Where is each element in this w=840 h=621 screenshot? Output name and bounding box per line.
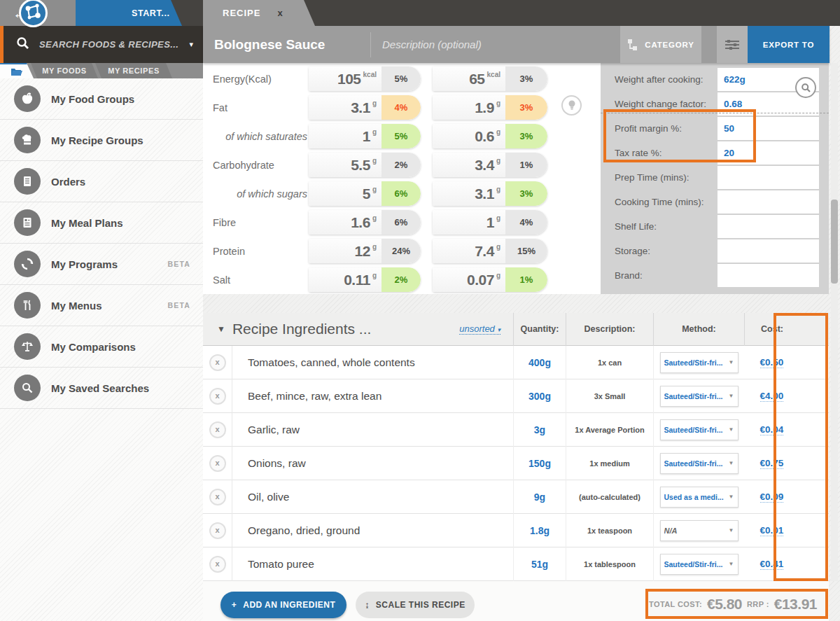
method-select[interactable]: Sauteed/Stir-fri...▼ xyxy=(660,386,738,407)
sidebar-item-orders[interactable]: Orders xyxy=(0,161,203,202)
chevron-down-icon[interactable]: ▾ xyxy=(189,40,193,49)
ri-percent-badge: 4% xyxy=(382,95,421,120)
ingredient-cost-link[interactable]: €0.75 xyxy=(760,458,784,469)
ingredient-row: x Onions, raw 150g 1x medium Sauteed/Sti… xyxy=(203,447,829,480)
scrollbar-track[interactable] xyxy=(831,63,838,581)
storage-input[interactable] xyxy=(718,239,819,263)
collapse-caret-icon[interactable]: ▼ xyxy=(217,324,225,334)
ingredient-cost-link[interactable]: €0.04 xyxy=(760,424,784,435)
select-caret-icon: ▼ xyxy=(729,359,734,365)
ingredient-cost-link[interactable]: €0.01 xyxy=(760,525,784,536)
nutrient-value: 5.5g xyxy=(309,153,382,177)
search-bar[interactable]: SEARCH FOODS & RECIPES... ▾ xyxy=(0,26,203,63)
sort-toggle-link[interactable]: unsorted ▾ xyxy=(459,323,500,335)
method-select[interactable]: Sauteed/Stir-fri...▼ xyxy=(660,453,738,474)
nutrient-value: 7.4g xyxy=(433,239,505,263)
method-select[interactable]: Sauteed/Stir-fri...▼ xyxy=(660,419,738,440)
ingredient-name[interactable]: Oil, olive xyxy=(232,480,513,514)
recipe-details-panel: Weight after cooking: 622g Weight change… xyxy=(601,63,829,294)
category-button-label: CATEGORY xyxy=(645,41,694,49)
detail-row: Brand: xyxy=(601,263,829,288)
ingredient-quantity[interactable]: 1.8g xyxy=(513,514,566,547)
ingredient-name[interactable]: Garlic, raw xyxy=(232,413,513,447)
ingredient-name[interactable]: Oregano, dried, ground xyxy=(232,514,513,547)
sidebar-item-saved-searches[interactable]: My Saved Searches xyxy=(0,368,203,409)
description-field[interactable]: Description (optional) xyxy=(371,39,620,50)
select-caret-icon: ▼ xyxy=(729,393,734,399)
weight-search-button[interactable] xyxy=(795,77,816,98)
sidebar-item-label: My Programs xyxy=(51,258,167,270)
chef-hat-icon xyxy=(14,127,41,153)
detail-label: Profit margin %: xyxy=(601,123,718,134)
detail-label: Cooking Time (mins): xyxy=(601,197,718,207)
method-select[interactable]: Sauteed/Stir-fri...▼ xyxy=(660,352,738,373)
document-icon xyxy=(14,168,41,195)
ingredient-name[interactable]: Tomato puree xyxy=(232,547,513,581)
ingredients-section-title[interactable]: ▼ Recipe Ingredients ... unsorted ▾ xyxy=(203,321,513,337)
ingredient-quantity[interactable]: 300g xyxy=(513,379,566,413)
remove-ingredient-button[interactable]: x xyxy=(209,556,226,573)
prep-time-input[interactable] xyxy=(718,166,819,189)
nutrition-row-energy: Energy(Kcal) 105kcal5% 65kcal3% xyxy=(203,67,601,91)
tab-my-recipes[interactable]: MY RECIPES xyxy=(95,63,172,78)
app-logo-icon[interactable] xyxy=(18,0,48,28)
ingredient-row: x Beef, mince, raw, extra lean 300g 3x S… xyxy=(203,379,829,413)
detail-label: Storage: xyxy=(601,246,718,256)
ingredient-quantity[interactable]: 9g xyxy=(513,480,566,514)
tab-recipe[interactable]: RECIPE x xyxy=(203,0,315,26)
ingredient-cost-link[interactable]: €4.00 xyxy=(760,391,784,402)
tab-start[interactable]: START... xyxy=(76,0,182,26)
hint-lightbulb-icon[interactable] xyxy=(561,95,582,116)
ingredient-cost-link[interactable]: €0.09 xyxy=(760,491,784,503)
tax-rate-input[interactable]: 20 xyxy=(718,141,819,165)
sidebar-item-meal-plans[interactable]: My Meal Plans xyxy=(0,202,203,244)
remove-ingredient-button[interactable]: x xyxy=(209,421,226,438)
sidebar-item-label: My Saved Searches xyxy=(51,382,190,394)
export-button[interactable]: EXPORT TO xyxy=(748,26,830,63)
category-button[interactable]: CATEGORY xyxy=(620,26,701,63)
method-select[interactable]: N/A▼ xyxy=(660,520,738,541)
ingredient-name[interactable]: Onions, raw xyxy=(232,447,513,480)
remove-ingredient-button[interactable]: x xyxy=(209,455,226,472)
ingredient-quantity[interactable]: 3g xyxy=(513,413,566,447)
sidebar-item-recipe-groups[interactable]: My Recipe Groups xyxy=(0,120,203,161)
nutrition-row-fat: Fat 3.1g4% 1.9g3% xyxy=(203,95,601,120)
scrollbar-thumb[interactable] xyxy=(831,200,838,284)
sidebar-item-programs[interactable]: My Programs BETA xyxy=(0,244,203,285)
filters-button[interactable] xyxy=(717,26,748,63)
sidebar-item-food-groups[interactable]: My Food Groups xyxy=(0,78,203,120)
tab-folder[interactable] xyxy=(0,63,34,78)
scale-recipe-button[interactable]: ↨ SCALE THIS RECIPE xyxy=(356,592,475,618)
export-button-label: EXPORT TO xyxy=(763,41,814,49)
add-ingredient-button[interactable]: + ADD AN INGREDIENT xyxy=(220,592,346,618)
remove-ingredient-button[interactable]: x xyxy=(209,388,226,405)
folder-icon xyxy=(10,67,23,76)
ingredient-quantity[interactable]: 51g xyxy=(513,547,566,581)
method-select[interactable]: Sauteed/Stir-fri...▼ xyxy=(660,554,738,575)
ingredient-name[interactable]: Tomatoes, canned, whole contents xyxy=(232,346,513,379)
ingredient-cost-link[interactable]: €0.41 xyxy=(760,559,784,570)
search-input[interactable]: SEARCH FOODS & RECIPES... xyxy=(39,39,189,50)
nutrient-value: 1.6g xyxy=(309,210,382,235)
ingredient-quantity[interactable]: 400g xyxy=(513,346,566,379)
sliders-icon xyxy=(724,39,740,50)
method-select[interactable]: Used as a medi...▼ xyxy=(660,487,738,508)
shelf-life-input[interactable] xyxy=(718,215,819,238)
sidebar-item-menus[interactable]: My Menus BETA xyxy=(0,285,203,326)
sidebar-item-comparisons[interactable]: My Comparisons xyxy=(0,326,203,368)
tab-my-foods[interactable]: MY FOODS xyxy=(31,63,98,78)
ingredient-quantity[interactable]: 150g xyxy=(513,447,566,480)
close-tab-icon[interactable]: x xyxy=(277,8,282,18)
brand-input[interactable] xyxy=(718,264,819,287)
recipe-title-field[interactable]: Bolognese Sauce xyxy=(203,37,370,53)
remove-ingredient-button[interactable]: x xyxy=(209,522,226,539)
ingredient-name[interactable]: Beef, mince, raw, extra lean xyxy=(232,379,513,413)
remove-ingredient-button[interactable]: x xyxy=(209,354,226,371)
ingredient-row: x Tomatoes, canned, whole contents 400g … xyxy=(203,346,829,379)
profit-margin-input[interactable]: 50 xyxy=(718,117,819,140)
cooking-time-input[interactable] xyxy=(718,190,819,214)
remove-ingredient-button[interactable]: x xyxy=(209,489,226,505)
ingredient-cost-link[interactable]: €0.50 xyxy=(760,357,784,368)
total-cost-value: €5.80 xyxy=(707,596,742,613)
ingredients-title-text: Recipe Ingredients ... xyxy=(232,321,371,337)
